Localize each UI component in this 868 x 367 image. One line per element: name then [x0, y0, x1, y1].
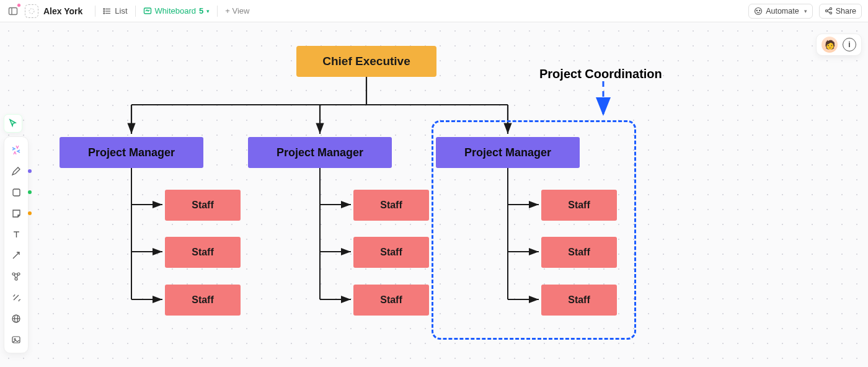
svg-point-15 — [830, 12, 831, 14]
collapse-sidebar-button[interactable] — [6, 4, 20, 18]
svg-rect-18 — [13, 189, 20, 196]
topbar: Alex York List Whiteboard 5 ▾ + View Aut… — [0, 0, 868, 22]
svg-point-23 — [15, 278, 17, 280]
tool-image[interactable] — [7, 330, 25, 349]
svg-point-2 — [29, 9, 34, 14]
node-staff-2-1[interactable]: Staff — [353, 190, 429, 221]
tool-sticky[interactable] — [7, 204, 25, 223]
user-avatar[interactable]: 🧑 — [822, 37, 838, 53]
tool-pen[interactable] — [7, 162, 25, 180]
node-staff-3-1[interactable]: Staff — [541, 190, 617, 221]
notification-dot — [17, 3, 21, 7]
node-project-manager-2[interactable]: Project Manager — [248, 137, 392, 168]
node-staff-1-3[interactable]: Staff — [165, 285, 241, 316]
svg-point-8 — [104, 12, 105, 14]
whiteboard-canvas[interactable]: 🧑 i — [0, 22, 868, 367]
tool-web[interactable] — [7, 309, 25, 328]
node-project-manager-3[interactable]: Project Manager — [436, 137, 580, 168]
svg-line-24 — [14, 275, 16, 278]
canvas-presence: 🧑 i — [816, 33, 862, 56]
svg-point-31 — [14, 338, 16, 340]
svg-point-13 — [825, 10, 827, 12]
automate-label: Automate — [766, 7, 799, 15]
tab-list-label: List — [115, 6, 127, 15]
automate-button[interactable]: Automate ▾ — [748, 4, 813, 19]
tab-whiteboard-label: Whiteboard — [155, 6, 196, 15]
workspace-icon[interactable] — [25, 4, 38, 18]
tool-relationship[interactable] — [7, 267, 25, 286]
tab-list[interactable]: List — [98, 2, 132, 19]
node-chief-executive[interactable]: Chief Executive — [296, 46, 436, 77]
svg-point-11 — [756, 10, 757, 11]
workspace-name[interactable]: Alex York — [43, 6, 82, 16]
tool-select[interactable] — [4, 114, 22, 133]
share-button[interactable]: Share — [819, 4, 862, 19]
svg-point-12 — [760, 10, 760, 11]
svg-point-7 — [104, 11, 105, 12]
annotation-label: Project Coordination — [539, 67, 662, 81]
node-staff-2-3[interactable]: Staff — [353, 285, 429, 316]
svg-point-14 — [830, 7, 831, 9]
tool-generate[interactable] — [7, 141, 25, 159]
chevron-down-icon: ▾ — [206, 8, 210, 14]
svg-point-10 — [755, 7, 762, 14]
info-icon[interactable]: i — [843, 38, 856, 51]
add-view-button[interactable]: + View — [220, 2, 254, 19]
tool-text[interactable] — [7, 225, 25, 244]
svg-line-25 — [17, 275, 18, 278]
tab-whiteboard[interactable]: Whiteboard 5 ▾ — [138, 2, 215, 19]
tool-shape[interactable] — [7, 183, 25, 201]
topbar-right: Automate ▾ Share — [748, 4, 862, 19]
node-staff-3-2[interactable]: Staff — [541, 237, 617, 268]
whiteboard-toolbar — [4, 136, 29, 353]
svg-point-6 — [104, 8, 105, 9]
node-staff-3-3[interactable]: Staff — [541, 285, 617, 316]
view-tabs: List Whiteboard 5 ▾ + View — [95, 2, 254, 19]
topbar-left: Alex York List Whiteboard 5 ▾ + View — [6, 2, 254, 19]
svg-rect-0 — [9, 7, 17, 14]
tool-ai[interactable] — [7, 288, 25, 307]
svg-line-16 — [827, 9, 830, 11]
node-staff-1-1[interactable]: Staff — [165, 190, 241, 221]
add-view-label: + View — [225, 6, 249, 15]
tab-whiteboard-count: 5 — [199, 6, 203, 15]
node-staff-2-2[interactable]: Staff — [353, 237, 429, 268]
share-label: Share — [836, 7, 856, 15]
node-project-manager-1[interactable]: Project Manager — [60, 137, 203, 168]
tool-connector[interactable] — [7, 246, 25, 265]
chevron-down-icon: ▾ — [804, 8, 807, 14]
node-staff-1-2[interactable]: Staff — [165, 237, 241, 268]
svg-line-17 — [827, 11, 830, 12]
